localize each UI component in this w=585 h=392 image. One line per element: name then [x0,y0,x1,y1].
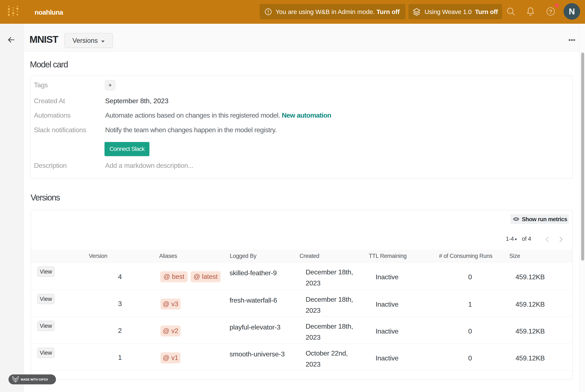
svg-text:?: ? [549,9,552,14]
